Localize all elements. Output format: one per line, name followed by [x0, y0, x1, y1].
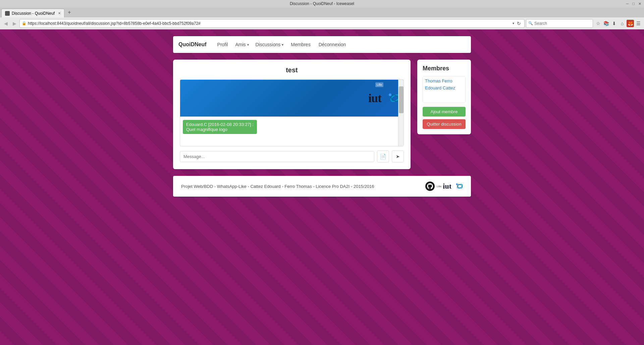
member-edouard-cattez[interactable]: Edouard Cattez	[425, 85, 463, 90]
message-input-row: 📄 ➤	[180, 150, 404, 162]
footer-text: Projet Web/BDD - WhatsApp-Like - Cattez …	[181, 184, 374, 189]
scroll-handle[interactable]	[399, 86, 404, 113]
lille-badge: Lille	[375, 82, 383, 87]
active-tab[interactable]: Discussion - QuoiDNeuf ✕	[1, 9, 64, 17]
browser-title: Discussion - QuoiDNeuf - Iceweasel	[290, 1, 354, 6]
site-brand[interactable]: QuoiDNeuf	[178, 42, 207, 48]
iut-swirl-graphic	[383, 90, 400, 107]
chat-image-banner: Lille iut	[180, 80, 404, 117]
send-icon: ➤	[396, 154, 400, 159]
nav-amis-dropdown[interactable]: Amis ▾	[235, 42, 249, 47]
nav-membres[interactable]: Membres	[290, 41, 311, 49]
svg-point-2	[389, 93, 391, 96]
iut-logo-container: iut	[368, 90, 400, 107]
attach-icon: 📄	[380, 153, 386, 160]
download-btn[interactable]: ⬇	[610, 20, 618, 27]
close-btn[interactable]: ✕	[638, 2, 641, 6]
discussion-title: test	[180, 66, 404, 74]
nav-profil[interactable]: Profil	[217, 41, 229, 49]
page-wrapper: QuoiDNeuf Profil Amis ▾ Discussions ▾ Me…	[168, 29, 476, 203]
browser-action-btn[interactable]: 🦊	[627, 20, 634, 27]
chat-scrollbar[interactable]	[398, 80, 404, 146]
send-message-button[interactable]: ➤	[392, 150, 404, 162]
nav-amis-label: Amis	[235, 42, 246, 47]
footer-iut-logo: Lille iut	[437, 181, 463, 191]
footer-iut-text: iut	[443, 182, 451, 191]
add-member-button[interactable]: Ajout membre	[423, 107, 466, 117]
address-dropdown-btn[interactable]: ▾	[513, 21, 514, 25]
member-thomas-ferro[interactable]: Thomas Ferro	[425, 78, 463, 83]
message-input[interactable]	[180, 151, 374, 162]
address-bar-container: 🔒 ▾ ↻	[19, 19, 525, 28]
svg-point-5	[456, 184, 458, 185]
sidebar: Membres Thomas Ferro Edouard Cattez Ajou…	[417, 60, 471, 134]
back-button[interactable]: ◀	[2, 20, 9, 27]
chat-message: Edouard.C [2016-02-08 20:33:27] : Quel m…	[183, 120, 257, 134]
bookmark-star-btn[interactable]: ☆	[594, 20, 602, 27]
search-input[interactable]	[534, 21, 591, 26]
tab-favicon	[5, 11, 10, 16]
refresh-button[interactable]: ↻	[516, 21, 522, 26]
members-list: Thomas Ferro Edouard Cattez	[423, 76, 466, 103]
footer-logos: Lille iut	[425, 181, 463, 191]
message-text: Quel magnifique logo	[186, 127, 227, 132]
maximize-btn[interactable]: □	[632, 2, 635, 6]
tab-close-btn[interactable]: ✕	[58, 11, 61, 15]
window-controls[interactable]: ─ □ ✕	[626, 2, 641, 6]
nav-discussions-label: Discussions	[256, 42, 281, 47]
forward-button[interactable]: ▶	[11, 20, 18, 27]
github-icon	[425, 182, 435, 191]
iut-logo-text: iut	[368, 91, 381, 105]
sidebar-title: Membres	[423, 65, 466, 72]
search-icon: 🔍	[528, 21, 533, 25]
address-lock-icon: 🔒	[22, 21, 26, 25]
messages-container: Edouard.C [2016-02-08 20:33:27] : Quel m…	[180, 117, 404, 137]
nav-amis-arrow: ▾	[247, 43, 249, 47]
browser-tab-bar: Discussion - QuoiDNeuf ✕ +	[0, 7, 644, 17]
attach-file-button[interactable]: 📄	[377, 150, 389, 162]
minimize-btn[interactable]: ─	[626, 2, 629, 6]
menu-btn[interactable]: ☰	[635, 20, 642, 27]
discussion-card: test Lille iut	[173, 60, 411, 169]
tab-title: Discussion - QuoiDNeuf	[12, 11, 55, 16]
main-content: test Lille iut	[173, 60, 471, 169]
site-footer: Projet Web/BDD - WhatsApp-Like - Cattez …	[173, 176, 471, 197]
message-author-timestamp: Edouard.C [2016-02-08 20:33:27] :	[186, 122, 254, 127]
address-bar[interactable]	[28, 21, 511, 26]
new-tab-button[interactable]: +	[66, 9, 73, 15]
nav-discussions-dropdown[interactable]: Discussions ▾	[256, 42, 284, 47]
browser-nav-bar: ◀ ▶ 🔒 ▾ ↻ 🔍 ☆ 📚 ⬇ ⌂ 🦊 ☰	[0, 17, 644, 29]
leave-discussion-button[interactable]: Quitter discussion	[423, 119, 466, 129]
footer-iut-swirl	[453, 181, 463, 191]
nav-discussions-arrow: ▾	[282, 43, 283, 47]
site-navbar: QuoiDNeuf Profil Amis ▾ Discussions ▾ Me…	[173, 36, 471, 53]
browser-title-bar: Discussion - QuoiDNeuf - Iceweasel ─ □ ✕	[0, 0, 644, 7]
nav-action-buttons: ☆ 📚 ⬇ ⌂ 🦊 ☰	[594, 20, 642, 27]
search-bar-container: 🔍	[526, 19, 593, 28]
home-btn[interactable]: ⌂	[619, 20, 626, 27]
nav-deconnexion[interactable]: Déconnexion	[318, 41, 347, 49]
chat-area[interactable]: Lille iut Edouard.C [2016-02-08 20:33:27…	[180, 79, 404, 146]
bookmarks-btn[interactable]: 📚	[602, 20, 610, 27]
footer-lille-text: Lille	[437, 185, 441, 188]
